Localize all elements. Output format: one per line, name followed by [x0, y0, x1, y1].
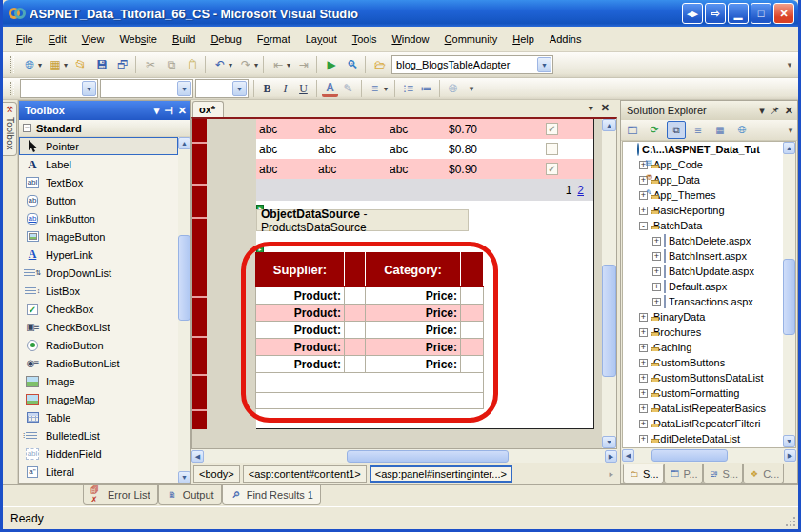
font-color-button[interactable]: A — [322, 81, 338, 97]
solution-tree-item-transactions-aspx[interactable]: + Transactions.aspx — [623, 294, 783, 309]
toolbox-title-bar[interactable]: Toolbox ▾ ⊣ ✕ — [19, 101, 190, 120]
dock-tab-solution-explorer[interactable]: 🗀︎ S... — [623, 464, 664, 483]
toolbox-item-dropdownlist[interactable]: ⇅ DropDownList — [19, 264, 178, 282]
toolbox-item-checkbox[interactable]: ✓ CheckBox — [19, 300, 178, 318]
solution-tree-horizontal-scrollbar[interactable]: ◀ ▶ — [622, 448, 796, 463]
expand-icon[interactable]: + — [639, 344, 648, 352]
scroll-down-icon[interactable]: ▼ — [178, 471, 190, 483]
solution-tree-scrollbar[interactable]: ▲ ▼ — [783, 142, 795, 447]
solution-tree-item-batchupdate-aspx[interactable]: + BatchUpdate.aspx — [623, 264, 783, 279]
view-code-icon[interactable]: ≣ — [689, 121, 708, 139]
inserting-interface-table[interactable]: Supplier:Category:Product:Price:Product:… — [255, 252, 484, 409]
design-vertical-scrollbar[interactable]: ▲ ▼ — [602, 119, 616, 448]
products-gridview[interactable]: abcabcabc$0.70✓abcabcabc$0.80abcabcabc$0… — [256, 119, 593, 179]
dock-tab-properties-window[interactable]: 🗔︎ P... — [664, 464, 703, 483]
solution-tree-item-custombuttons[interactable]: + CustomButtons — [623, 355, 783, 370]
solution-tree-item-datalistrepeaterfilteri[interactable]: + DataListRepeaterFilteri — [623, 416, 783, 431]
paste-icon[interactable]: 📋︎ — [183, 55, 209, 74]
menu-item-debug[interactable]: Debug — [203, 30, 249, 49]
highlight-button[interactable]: ✎ — [340, 81, 356, 97]
checkbox-checked-icon[interactable]: ✓ — [546, 123, 558, 135]
expand-icon[interactable]: + — [639, 404, 648, 413]
toolbar-grip[interactable] — [10, 82, 14, 95]
scroll-up-icon[interactable]: ▲ — [178, 137, 190, 149]
chevron-down-icon[interactable]: ▾ — [384, 85, 388, 93]
menu-item-file[interactable]: File — [9, 30, 41, 49]
scroll-left-icon[interactable]: ◀ — [622, 449, 634, 462]
toolbox-item-radiobuttonlist[interactable]: ◉≡ RadioButtonList — [19, 354, 178, 372]
menu-item-window[interactable]: Window — [384, 30, 436, 49]
window-menu-icon[interactable]: ▾ — [154, 105, 160, 117]
start-debug-icon[interactable]: ▶ — [322, 55, 341, 74]
undo-icon[interactable]: ↶▾ — [210, 55, 234, 74]
window-menu-icon[interactable]: ▾ — [759, 105, 765, 117]
alignment-button[interactable]: ≡ — [367, 81, 383, 97]
view-designer-icon[interactable]: ▦ — [711, 121, 730, 139]
find-in-files-icon[interactable]: 🗁︎ — [370, 55, 390, 74]
auto-hide-pin-icon[interactable]: 📌︎ — [770, 105, 780, 116]
bullet-list-button[interactable]: ⁝≡ — [400, 81, 416, 97]
maximize-button[interactable]: □ — [751, 3, 771, 24]
save-icon[interactable]: 💾︎ — [92, 55, 111, 74]
dock-tab-server-explorer[interactable]: 🖳︎ S... — [703, 464, 744, 483]
toolbox-item-listbox[interactable]: ↕ ListBox — [19, 282, 178, 300]
toolbar-overflow-icon[interactable]: ▾ — [785, 60, 794, 69]
toolbox-item-table[interactable]: Table — [19, 408, 178, 426]
underline-button[interactable]: U — [295, 81, 311, 97]
minimize-button[interactable]: ▁ — [728, 3, 749, 24]
auto-hide-pin-icon[interactable]: ⊣ — [164, 105, 173, 117]
italic-button[interactable]: I — [277, 81, 293, 97]
table-adapter-combobox[interactable]: blog_BlogsTableAdapter ▼ — [391, 55, 553, 74]
copy-website-icon[interactable]: 🌐︎ — [732, 121, 751, 139]
title-bar[interactable]: ASPNET_Data_Tutorial_66_CS - Microsoft V… — [3, 0, 798, 27]
expand-icon[interactable]: + — [639, 420, 648, 428]
menu-item-addins[interactable]: Addins — [542, 30, 590, 49]
bottom-panel-tab-find-results[interactable]: 🔎︎ Find Results 1 — [222, 485, 321, 505]
toolbox-item-button[interactable]: ab Button — [19, 191, 178, 209]
navigate-forward-icon[interactable]: ⇥ — [294, 55, 320, 74]
insert-table-input-cell[interactable] — [461, 305, 484, 322]
target-rule-combobox[interactable]: ▼ — [20, 79, 98, 98]
toolbox-item-label[interactable]: A Label — [19, 155, 178, 173]
tag-navigator-button[interactable]: <asp:content#content1> — [243, 465, 367, 483]
checkbox-checked-icon[interactable]: ✓ — [546, 163, 558, 175]
solution-tree-item-brochures[interactable]: + Brochures — [623, 325, 783, 340]
gridview-row[interactable]: abcabcabc$0.90✓ — [256, 159, 593, 179]
toolbox-item-literal[interactable]: a" Literal — [19, 463, 178, 481]
open-file-icon[interactable]: 📂︎ — [71, 55, 90, 74]
solution-tree-item-customformatting[interactable]: + CustomFormatting — [623, 385, 783, 401]
solution-explorer-title-bar[interactable]: Solution Explorer ▾ 📌︎ ✕ — [621, 101, 797, 120]
expand-icon[interactable]: + — [639, 359, 648, 367]
menu-item-help[interactable]: Help — [505, 30, 542, 49]
tag-navigator-button[interactable]: <asp:panel#insertinginter...> — [370, 465, 512, 483]
document-tab[interactable]: ox* — [192, 101, 224, 117]
properties-icon[interactable]: 🗔︎ — [623, 121, 642, 139]
menu-item-edit[interactable]: Edit — [41, 30, 74, 49]
window-switch-button[interactable]: ◂▸ — [682, 3, 703, 24]
scroll-down-icon[interactable]: ▼ — [783, 435, 795, 447]
expand-icon[interactable]: + — [639, 207, 648, 215]
chevron-down-icon[interactable]: ▼ — [537, 57, 551, 72]
solution-tree-item-app-code[interactable]: + ▤ App_Code — [623, 157, 783, 172]
bold-button[interactable]: B — [259, 81, 275, 97]
solution-tree-item-custombuttonsdatalist[interactable]: + CustomButtonsDataList — [623, 370, 783, 385]
expand-icon[interactable]: + — [652, 267, 661, 276]
refresh-icon[interactable]: ⟳ — [645, 121, 664, 139]
toolbox-item-imagebutton[interactable]: ImageButton — [19, 227, 178, 246]
cut-icon[interactable]: ✂ — [141, 55, 160, 74]
menu-item-view[interactable]: View — [74, 30, 112, 49]
toolbar-overflow-icon[interactable]: ▾ — [786, 126, 795, 135]
design-surface[interactable]: abcabcabc$0.70✓abcabcabc$0.80abcabcabc$0… — [191, 117, 617, 449]
toolbox-item-imagemap[interactable]: ImageMap — [19, 390, 178, 408]
toolbox-item-hyperlink[interactable]: A HyperLink — [19, 246, 178, 264]
insert-table-input-cell[interactable] — [461, 322, 484, 339]
solution-tree-item-batchdelete-aspx[interactable]: + BatchDelete.aspx — [623, 233, 783, 248]
close-document-icon[interactable]: ✕ — [601, 102, 610, 114]
dock-tab-class-view[interactable]: ❖ C... — [743, 464, 784, 483]
bottom-panel-tab-error-list[interactable]: 🗐︎✗ Error List — [83, 485, 158, 505]
browse-with-icon[interactable]: 🔍︎ — [343, 55, 369, 74]
tag-navigator-button[interactable]: <body> — [193, 465, 240, 483]
collapse-icon[interactable]: − — [23, 124, 31, 132]
close-icon[interactable]: ✕ — [178, 105, 187, 117]
solution-tree-item-app-data[interactable]: + ⛃ App_Data — [623, 172, 783, 187]
